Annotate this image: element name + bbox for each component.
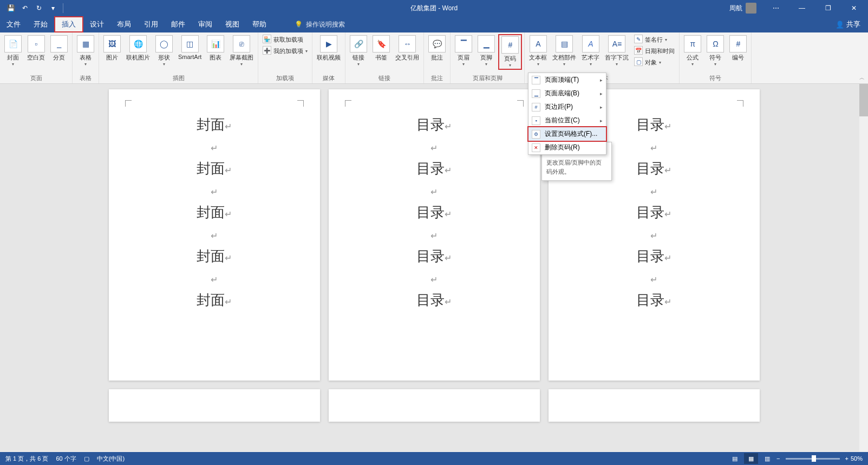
restore-button[interactable]: ❐ [816,0,840,16]
share-button[interactable]: 👤 共享 [828,16,868,32]
chevron-right-icon: ▸ [600,77,603,83]
symbol-button[interactable]: Ω符号▾ [704,34,726,68]
tab-mailings[interactable]: 邮件 [165,16,192,32]
dd-bottom-of-page[interactable]: ▁页面底端(B)▸ [528,87,606,100]
view-print-layout[interactable]: ▦ [744,453,758,464]
ribbon-options-button[interactable]: ⋯ [764,0,788,16]
dd-top-of-page[interactable]: ▔页面顶端(T)▸ [528,73,606,87]
blank-page-label: 空白页 [27,54,45,62]
tab-design[interactable]: 设计 [83,16,110,32]
undo-button[interactable]: ↶ [18,2,31,15]
page-break-icon: ⎯ [50,35,68,53]
group-pages-label: 页面 [2,74,70,83]
page-text: 目录 [636,292,664,308]
zoom-in-button[interactable]: + [845,455,849,462]
language[interactable]: 中文(中国) [97,455,125,463]
object-button[interactable]: ▢对象 ▾ [632,57,677,68]
blank-page-button[interactable]: ▫空白页 [25,34,47,63]
page-number-icon: # [501,36,519,54]
page-4[interactable] [109,389,320,422]
dd-current-position[interactable]: ▪当前位置(C)▸ [528,114,606,127]
smartart-button[interactable]: ◫SmartArt [176,34,204,61]
screenshot-icon: ⎚ [233,35,250,53]
page-1[interactable]: 封面↵ ↵ 封面↵ ↵ 封面↵ ↵ 封面↵ ↵ 封面↵ [109,89,320,381]
page-text: 封面 [197,160,225,176]
datetime-button[interactable]: 📅日期和时间 [632,45,677,56]
page-2[interactable]: 目录↵ ↵ 目录↵ ↵ 目录↵ ↵ 目录↵ ↵ 目录↵ [329,89,540,381]
online-pictures-button[interactable]: 🌐联机图片 [124,34,152,63]
group-addins-label: 加载项 [260,74,310,83]
chart-icon: 📊 [207,35,224,53]
close-button[interactable]: ✕ [842,0,866,16]
footer-button[interactable]: ▁页脚▾ [475,34,497,68]
view-web-layout[interactable]: ▥ [760,453,774,464]
cross-reference-button[interactable]: ↔交叉引用 [393,34,421,63]
save-button[interactable]: 💾 [4,2,17,15]
equation-button[interactable]: π公式▾ [682,34,703,68]
view-read-mode[interactable]: ▤ [728,453,742,464]
bookmark-button[interactable]: 🔖书签 [370,34,392,63]
spell-check-icon[interactable]: ▢ [84,455,89,462]
page-number-button[interactable]: #页码▾ [498,34,522,70]
wordart-button[interactable]: A艺术字▾ [579,34,602,68]
tab-help[interactable]: 帮助 [246,16,273,32]
vertical-scrollbar[interactable] [859,84,868,451]
tab-home[interactable]: 开始 [27,16,54,32]
collapse-ribbon-button[interactable]: ︿ [859,74,865,82]
signature-line-button[interactable]: ✎签名行 ▾ [632,34,677,45]
redo-button[interactable]: ↻ [32,2,45,15]
tab-insert[interactable]: 插入 [54,16,83,32]
object-icon: ▢ [634,57,643,66]
group-comments: 💬批注 批注 [424,32,451,83]
dd-remove-page-numbers[interactable]: ✕删除页码(R) [528,141,606,154]
word-count[interactable]: 60 个字 [56,455,76,463]
avatar-icon [746,3,756,14]
header-button[interactable]: ▔页眉▾ [453,34,474,68]
tell-me-search[interactable]: 💡 操作说明搜索 [295,16,345,32]
tab-layout[interactable]: 布局 [110,16,138,32]
zoom-thumb[interactable] [812,455,816,462]
table-label: 表格 [80,54,92,62]
chevron-right-icon: ▸ [600,91,603,96]
get-addins-button[interactable]: 🏪获取加载项 [260,34,310,45]
tab-review[interactable]: 审阅 [192,16,219,32]
page-5[interactable] [329,389,540,422]
footer-label: 页脚 [480,54,492,62]
dropcap-button[interactable]: A≡首字下沉▾ [603,34,631,68]
cover-page-button[interactable]: 📄封面▾ [2,34,24,68]
page-break-button[interactable]: ⎯分页 [48,34,70,63]
tab-file[interactable]: 文件 [0,16,27,32]
tab-view[interactable]: 视图 [219,16,246,32]
tab-references[interactable]: 引用 [138,16,165,32]
chart-button[interactable]: 📊图表 [205,34,226,63]
page-count[interactable]: 第 1 页，共 6 页 [5,455,48,463]
dd-page-margins[interactable]: #页边距(P)▸ [528,100,606,114]
quick-parts-button[interactable]: ▤文档部件▾ [550,34,578,68]
comment-icon: 💬 [428,35,446,53]
zoom-slider[interactable] [786,458,840,460]
pictures-button[interactable]: 🖼图片 [101,34,123,63]
link-button[interactable]: 🔗链接▾ [348,34,369,68]
datetime-icon: 📅 [634,46,643,55]
user-account[interactable]: 周航 [724,3,762,14]
dd-format-page-numbers[interactable]: ⚙设置页码格式(F)... [527,126,607,142]
page-6[interactable] [549,389,760,422]
table-button[interactable]: ▦表格▾ [75,34,96,68]
scrollbar-thumb[interactable] [859,84,868,116]
my-addins-button[interactable]: ➕我的加载项 ▾ [260,45,310,56]
document-area[interactable]: 封面↵ ↵ 封面↵ ↵ 封面↵ ↵ 封面↵ ↵ 封面↵ 目录↵ ↵ 目录↵ ↵ [0,84,868,451]
number-button[interactable]: #编号 [727,34,749,63]
comment-button[interactable]: 💬批注 [426,34,448,63]
signature-line-label: 签名行 [645,36,663,44]
screenshot-label: 屏幕截图 [230,54,253,62]
minimize-button[interactable]: — [790,0,814,16]
screenshot-button[interactable]: ⎚屏幕截图▾ [227,34,256,68]
shapes-button[interactable]: ◯形状▾ [153,34,175,68]
zoom-out-button[interactable]: − [776,455,780,462]
online-video-button[interactable]: ▶联机视频 [315,34,343,63]
quick-parts-label: 文档部件 [552,54,576,62]
qat-dropdown[interactable]: ▾ [47,2,60,15]
textbox-button[interactable]: A文本框▾ [527,34,549,68]
zoom-level[interactable]: 50% [851,455,863,462]
dropcap-label: 首字下沉 [605,54,629,62]
